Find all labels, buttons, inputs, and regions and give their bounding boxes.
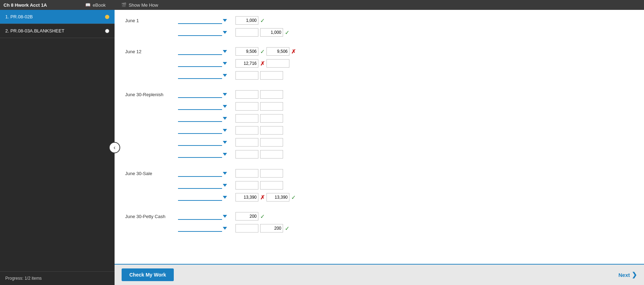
dropdown-arrow-icon[interactable] bbox=[223, 141, 227, 144]
debit-input[interactable] bbox=[235, 212, 258, 221]
debit-input[interactable] bbox=[235, 193, 258, 202]
account-select[interactable] bbox=[178, 127, 222, 134]
credit-input[interactable] bbox=[266, 47, 289, 56]
debit-input[interactable] bbox=[235, 138, 258, 147]
next-button[interactable]: Next ❯ bbox=[618, 271, 637, 279]
check-icon: ✓ bbox=[260, 17, 265, 24]
account-select-wrapper bbox=[178, 170, 233, 177]
account-select[interactable] bbox=[178, 170, 222, 177]
debit-input[interactable] bbox=[235, 181, 258, 190]
credit-input[interactable] bbox=[260, 138, 283, 147]
account-select-wrapper bbox=[178, 115, 233, 122]
account-select[interactable] bbox=[178, 60, 222, 67]
account-select[interactable] bbox=[178, 72, 222, 79]
check-icon: ✓ bbox=[285, 225, 289, 232]
dropdown-arrow-icon[interactable] bbox=[223, 117, 227, 120]
credit-input[interactable] bbox=[260, 126, 283, 135]
credit-input[interactable] bbox=[260, 102, 283, 111]
account-select[interactable] bbox=[178, 48, 222, 55]
debit-input[interactable] bbox=[235, 126, 258, 135]
account-select[interactable] bbox=[178, 115, 222, 122]
credit-input[interactable] bbox=[266, 59, 289, 68]
account-select-wrapper bbox=[178, 29, 233, 36]
account-select-wrapper bbox=[178, 194, 233, 201]
dropdown-arrow-icon[interactable] bbox=[223, 215, 227, 218]
main-layout: 1. PR.08-02B 2. PR.08-03A.BLANKSHEET ‹ P… bbox=[0, 10, 644, 285]
journal-row bbox=[125, 101, 633, 112]
credit-input[interactable] bbox=[260, 224, 283, 233]
journal-row: ✓ bbox=[125, 223, 633, 234]
debit-input[interactable] bbox=[235, 114, 258, 123]
next-label: Next bbox=[618, 272, 630, 278]
dropdown-arrow-icon[interactable] bbox=[223, 129, 227, 132]
account-select[interactable] bbox=[178, 139, 222, 146]
account-select[interactable] bbox=[178, 182, 222, 189]
debit-input[interactable] bbox=[235, 71, 258, 80]
debit-input[interactable] bbox=[235, 102, 258, 111]
account-select[interactable] bbox=[178, 194, 222, 201]
debit-input[interactable] bbox=[235, 47, 258, 56]
debit-input[interactable] bbox=[235, 90, 258, 99]
debit-input[interactable] bbox=[235, 16, 258, 25]
cross-icon: ✗ bbox=[260, 60, 265, 67]
credit-input[interactable] bbox=[260, 90, 283, 99]
tab-ebook-label: eBook bbox=[93, 2, 106, 8]
debit-input[interactable] bbox=[235, 59, 258, 68]
check-my-work-button[interactable]: Check My Work bbox=[122, 268, 174, 281]
collapse-sidebar-button[interactable]: ‹ bbox=[109, 142, 120, 153]
dropdown-arrow-icon[interactable] bbox=[223, 172, 227, 175]
journal-row: ✗ bbox=[125, 58, 633, 69]
account-select[interactable] bbox=[178, 213, 222, 220]
date-june1: June 1 bbox=[125, 18, 178, 23]
journal-scroll-area[interactable]: June 1 ✓ ✓ bbox=[115, 10, 644, 264]
account-select[interactable] bbox=[178, 17, 222, 24]
credit-input[interactable] bbox=[260, 71, 283, 80]
sidebar-item-pr-08-02b[interactable]: 1. PR.08-02B bbox=[0, 10, 115, 24]
account-select-wrapper bbox=[178, 103, 233, 110]
account-select[interactable] bbox=[178, 29, 222, 36]
journal-row bbox=[125, 125, 633, 136]
dropdown-arrow-icon[interactable] bbox=[223, 62, 227, 65]
journal-row: June 30-Sale bbox=[125, 168, 633, 179]
content-area: June 1 ✓ ✓ bbox=[115, 10, 644, 285]
sidebar-item-pr-08-03a[interactable]: 2. PR.08-03A.BLANKSHEET bbox=[0, 24, 115, 38]
account-select-wrapper bbox=[178, 151, 233, 158]
credit-input[interactable] bbox=[266, 193, 289, 202]
tab-ebook[interactable]: 📖 eBook bbox=[81, 1, 110, 9]
debit-input[interactable] bbox=[235, 224, 258, 233]
sidebar: 1. PR.08-02B 2. PR.08-03A.BLANKSHEET ‹ P… bbox=[0, 10, 115, 285]
dropdown-arrow-icon[interactable] bbox=[223, 74, 227, 77]
debit-input[interactable] bbox=[235, 28, 258, 37]
ebook-icon: 📖 bbox=[85, 2, 91, 7]
credit-input[interactable] bbox=[260, 169, 283, 178]
account-select-wrapper bbox=[178, 17, 233, 24]
dropdown-arrow-icon[interactable] bbox=[223, 31, 227, 34]
account-select[interactable] bbox=[178, 91, 222, 98]
sidebar-dot-1 bbox=[105, 15, 109, 19]
dropdown-arrow-icon[interactable] bbox=[223, 105, 227, 108]
account-select-wrapper bbox=[178, 213, 233, 220]
entry-june30-petty-cash: June 30-Petty Cash ✓ ✓ bbox=[125, 211, 633, 234]
credit-input[interactable] bbox=[260, 28, 283, 37]
dropdown-arrow-icon[interactable] bbox=[223, 93, 227, 96]
check-icon: ✓ bbox=[260, 48, 265, 55]
dropdown-arrow-icon[interactable] bbox=[223, 227, 227, 230]
dropdown-arrow-icon[interactable] bbox=[223, 184, 227, 187]
entry-june30-sale: June 30-Sale bbox=[125, 168, 633, 203]
dropdown-arrow-icon[interactable] bbox=[223, 196, 227, 199]
account-select[interactable] bbox=[178, 225, 222, 232]
credit-input[interactable] bbox=[260, 181, 283, 190]
tab-show-me-how[interactable]: 🎬 Show Me How bbox=[117, 1, 162, 9]
dropdown-arrow-icon[interactable] bbox=[223, 153, 227, 156]
credit-input[interactable] bbox=[260, 150, 283, 159]
dropdown-arrow-icon[interactable] bbox=[223, 19, 227, 22]
account-select[interactable] bbox=[178, 103, 222, 110]
sidebar-item-label-1: 1. PR.08-02B bbox=[5, 14, 33, 19]
journal-row bbox=[125, 137, 633, 148]
account-select[interactable] bbox=[178, 151, 222, 158]
debit-input[interactable] bbox=[235, 169, 258, 178]
credit-input[interactable] bbox=[260, 114, 283, 123]
dropdown-arrow-icon[interactable] bbox=[223, 50, 227, 53]
debit-input[interactable] bbox=[235, 150, 258, 159]
sidebar-dot-2 bbox=[105, 29, 109, 33]
